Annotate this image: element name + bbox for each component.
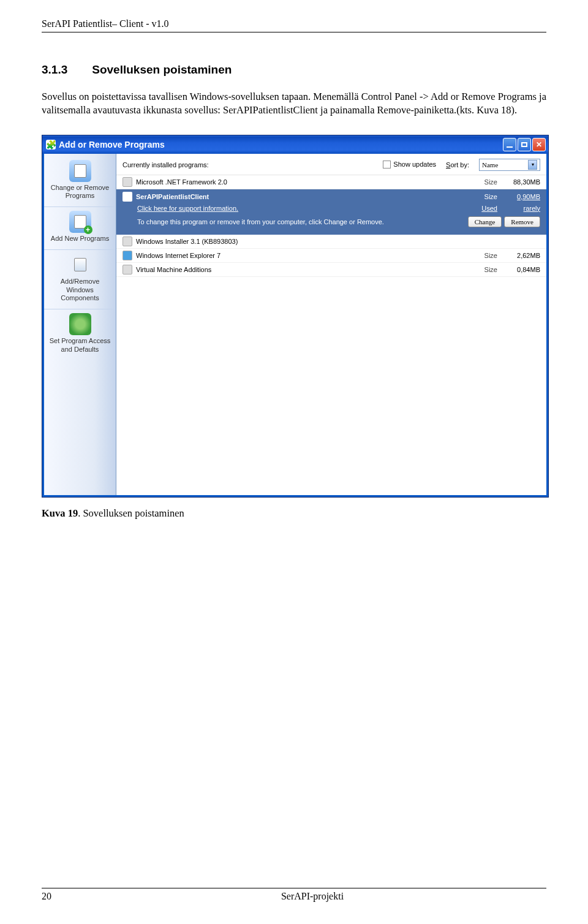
page-number: 20 (42, 891, 78, 902)
list-item[interactable]: Windows Installer 3.1 (KB893803) (116, 235, 546, 249)
figure-caption: Kuva 19. Sovelluksen poistaminen (42, 507, 546, 520)
main-panel: Currently installed programs: Show updat… (116, 154, 546, 495)
change-button[interactable]: Change (468, 216, 502, 227)
doc-header: SerAPI Patientlist– Client - v1.0 (42, 18, 546, 32)
doc-footer: 20 SerAPI-projekti (42, 888, 546, 902)
list-item[interactable]: Windows Internet Explorer 7 Size 2,62MB (116, 249, 546, 263)
remove-button[interactable]: Remove (504, 216, 540, 227)
program-icon (123, 237, 132, 246)
list-item[interactable]: Microsoft .NET Framework 2.0 Size 88,30M… (116, 175, 546, 189)
window-title: Add or Remove Programs (59, 140, 165, 150)
ie-icon (123, 251, 132, 260)
maximize-button[interactable] (518, 138, 531, 151)
show-updates-checkbox[interactable]: Show updates (383, 161, 436, 169)
caption-text: . Sovelluksen poistaminen (78, 507, 184, 519)
screenshot-dialog: 🧩 Add or Remove Programs ✕ Change or Rem… (42, 135, 549, 498)
program-list: Microsoft .NET Framework 2.0 Size 88,30M… (116, 175, 546, 495)
used-value: rarely (497, 205, 540, 212)
box-remove-icon (69, 160, 91, 182)
program-icon (123, 177, 132, 187)
used-label: Used (473, 205, 497, 212)
list-item[interactable]: Virtual Machine Additions Size 0,84MB (116, 263, 546, 277)
section-number: 3.1.3 (42, 63, 67, 77)
sidebar-item-add-new[interactable]: Add New Programs (44, 207, 116, 250)
sidebar: Change or Remove Programs Add New Progra… (44, 154, 116, 495)
section-title: Sovelluksen poistaminen (92, 63, 232, 76)
section: 3.1.3Sovelluksen poistaminen Sovellus on… (42, 63, 546, 118)
section-heading: 3.1.3Sovelluksen poistaminen (42, 63, 546, 77)
program-icon (123, 265, 132, 275)
box-add-icon (69, 211, 91, 233)
change-remove-description: To change this program or remove it from… (137, 218, 468, 225)
sort-by-select[interactable]: Name ▾ (479, 159, 540, 171)
close-button[interactable]: ✕ (532, 138, 546, 151)
sidebar-item-program-access[interactable]: Set Program Access and Defaults (44, 309, 116, 360)
chevron-down-icon: ▾ (528, 160, 537, 170)
titlebar[interactable]: 🧩 Add or Remove Programs ✕ (42, 135, 548, 154)
globe-icon (69, 313, 91, 335)
box-windows-icon (69, 254, 91, 276)
support-link[interactable]: Click here for support information. (137, 205, 473, 212)
sidebar-item-change-remove[interactable]: Change or Remove Programs (44, 156, 116, 208)
caption-label: Kuva 19 (42, 507, 78, 519)
minimize-button[interactable] (503, 138, 516, 151)
section-paragraph: Sovellus on poistettavissa tavallisen Wi… (42, 90, 546, 118)
sort-by-label: Sort by: (446, 161, 469, 169)
installed-label: Currently installed programs: (123, 161, 209, 169)
app-icon: 🧩 (46, 140, 56, 150)
list-item-selected[interactable]: SerAPIPatientlistClient Size 0,90MB Clic… (116, 189, 546, 235)
footer-text: SerAPI-projekti (78, 891, 546, 902)
sidebar-item-windows-components[interactable]: Add/Remove Windows Components (44, 250, 116, 309)
program-icon (123, 192, 132, 202)
toolbar: Currently installed programs: Show updat… (116, 154, 546, 175)
